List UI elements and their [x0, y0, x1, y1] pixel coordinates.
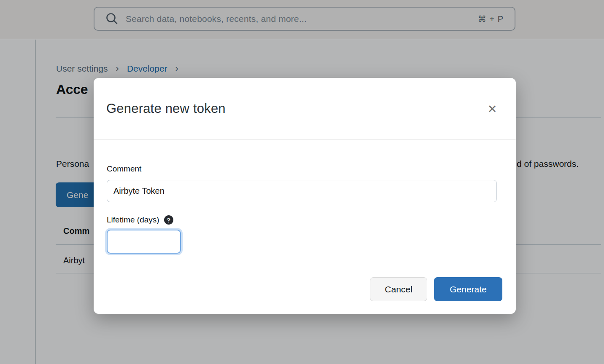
- comment-input[interactable]: [107, 180, 497, 202]
- generate-button[interactable]: Generate: [434, 277, 502, 301]
- cancel-button[interactable]: Cancel: [370, 277, 427, 301]
- lifetime-label: Lifetime (days): [107, 215, 159, 225]
- modal-header: Generate new token: [94, 78, 516, 140]
- app-window: Search data, notebooks, recents, and mor…: [0, 0, 604, 364]
- close-icon[interactable]: ✕: [482, 99, 502, 119]
- modal-title: Generate new token: [106, 101, 226, 116]
- lifetime-label-row: Lifetime (days) ?: [107, 215, 173, 225]
- comment-label: Comment: [107, 164, 141, 174]
- generate-token-modal: Generate new token ✕ Comment Lifetime (d…: [94, 78, 516, 314]
- help-icon[interactable]: ?: [164, 215, 173, 225]
- lifetime-input[interactable]: [107, 230, 181, 254]
